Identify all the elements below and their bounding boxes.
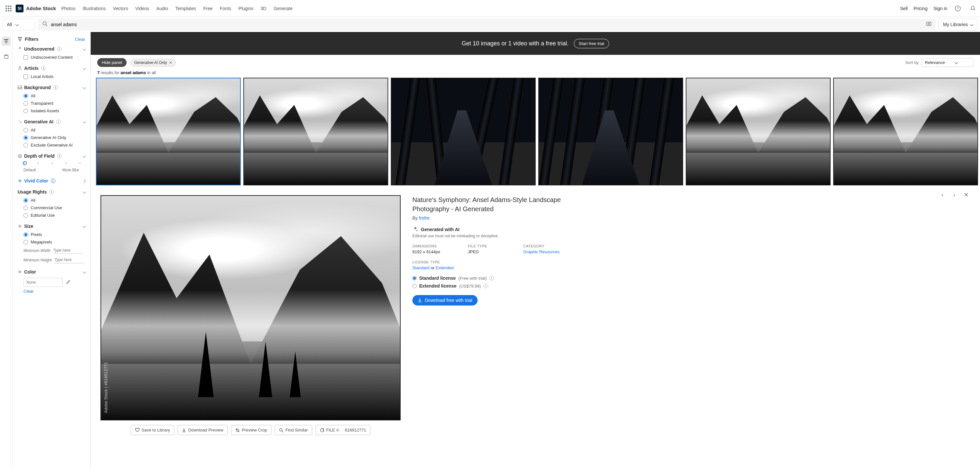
filters-clear-link[interactable]: Clear [75,37,85,42]
heart-icon [135,428,140,432]
rail-collections-icon[interactable] [2,52,11,61]
section-artists-toggle[interactable]: Artists i [18,65,85,71]
info-icon[interactable]: i [51,178,56,183]
info-icon[interactable]: i [57,47,62,51]
rail-filters-icon[interactable] [2,37,11,46]
opt-bg-all[interactable]: All [18,93,85,98]
nav-pricing[interactable]: Pricing [913,6,928,11]
opt-genai-exclude[interactable]: Exclude Generative AI [18,143,85,148]
opt-usage-all[interactable]: All [18,198,85,203]
filter-chip-remove-icon[interactable]: ✕ [169,61,172,65]
crop-icon [235,428,240,432]
hide-panel-button[interactable]: Hide panel [97,58,127,67]
section-background-toggle[interactable]: Background i [18,85,85,90]
thumbnail-4[interactable] [538,78,683,185]
section-size-toggle[interactable]: Size [18,223,85,229]
ai-disclaimer: Editorial use must not be misleading or … [412,234,595,238]
nav-illustrations[interactable]: Illustrations [83,6,106,11]
section-size-label: Size [24,223,33,229]
license-standard-link[interactable]: Standard [412,265,430,270]
nav-sign-in[interactable]: Sign in [933,6,947,11]
preview-crop-button[interactable]: Preview Crop [231,425,271,435]
min-width-input[interactable] [53,247,83,254]
category-link[interactable]: Graphic Resources [523,249,595,254]
color-input[interactable] [24,278,63,287]
nav-free[interactable]: Free [203,6,213,11]
search-input[interactable] [51,22,923,27]
opt-bg-transparent[interactable]: Transparent [18,101,85,106]
svg-rect-15 [4,56,8,59]
author-link[interactable]: frefre [419,215,430,221]
nav-videos[interactable]: Videos [135,6,150,11]
find-similar-button[interactable]: Find Similar [275,425,312,435]
section-dof-toggle[interactable]: Depth of Field i [18,153,85,159]
license-opt-standard[interactable]: Standard license (Free with trial) i [412,276,595,281]
color-clear-link[interactable]: Clear [18,289,85,294]
info-icon[interactable]: i [49,190,54,194]
download-preview-button[interactable]: Download Preview [177,425,228,435]
detail-next-button[interactable]: › [950,191,958,199]
opt-size-pixels[interactable]: Pixels [18,232,85,237]
by-label: By [412,215,418,221]
opt-undiscovered-content[interactable]: Undiscovered Content [18,55,85,60]
section-color-toggle[interactable]: Color [18,269,85,274]
info-icon[interactable]: i [57,154,62,158]
nav-generate[interactable]: Generate [274,6,293,11]
section-vivid-link[interactable]: Vivid Color i [18,178,85,183]
nav-plugins[interactable]: Plugins [239,6,253,11]
detail-prev-button[interactable]: ‹ [938,191,947,199]
brand[interactable]: St Adobe Stock [16,5,56,13]
opt-size-megapixels[interactable]: Megapixels [18,240,85,244]
info-icon[interactable]: i [41,66,46,70]
section-genai-toggle[interactable]: Generative AI i [18,119,85,124]
opt-genai-only[interactable]: Generative AI Only [18,135,85,140]
eyedropper-icon[interactable] [65,280,70,285]
info-icon[interactable]: i [484,284,488,288]
opt-usage-editorial[interactable]: Editorial Use [18,213,85,218]
sort-dropdown[interactable]: Relevance [921,58,974,67]
search-by-image-icon[interactable] [926,21,932,28]
filters-title: Filters [25,37,72,42]
nav-sell[interactable]: Sell [900,6,908,11]
banner-cta-button[interactable]: Start free trial [574,39,609,48]
section-usage-toggle[interactable]: Usage Rights i [18,189,85,194]
nav-photos[interactable]: Photos [61,6,76,11]
license-opt-extended[interactable]: Extended license (US$79.99) i [412,283,595,288]
info-icon[interactable]: i [54,85,58,90]
section-undiscovered-toggle[interactable]: Undiscovered i [18,46,85,52]
person-icon [18,66,22,70]
thumbnail-1[interactable] [96,78,241,185]
aperture-icon [18,154,22,158]
chevron-down-icon [83,85,85,90]
license-extended-link[interactable]: Extended [436,265,454,270]
apps-switcher-icon[interactable] [3,3,14,14]
notifications-icon[interactable] [968,4,977,13]
min-width-label: Minimum Width [24,249,51,253]
my-libraries-dropdown[interactable]: My Libraries [938,19,977,30]
detail-close-button[interactable]: ✕ [962,191,970,199]
thumbnail-2[interactable] [243,78,388,185]
download-free-trial-button[interactable]: Download free with trial [412,295,477,306]
nav-fonts[interactable]: Fonts [220,6,231,11]
nav-templates[interactable]: Templates [175,6,196,11]
thumbnail-3[interactable] [391,78,536,185]
help-icon[interactable]: ? [953,4,963,13]
thumbnail-5[interactable] [686,78,830,185]
save-to-library-button[interactable]: Save to Library [131,425,174,435]
svg-rect-13 [926,22,931,25]
opt-bg-isolated[interactable]: Isolated Assets [18,108,85,113]
nav-3d[interactable]: 3D [261,6,267,11]
min-height-input[interactable] [54,257,84,263]
nav-audio[interactable]: Audio [156,6,168,11]
thumbnail-6[interactable] [833,78,978,185]
svg-point-16 [19,67,21,68]
info-icon[interactable]: i [56,119,60,124]
opt-genai-all[interactable]: All [18,127,85,132]
info-icon[interactable]: i [489,276,494,280]
nav-vectors[interactable]: Vectors [113,6,128,11]
chevron-down-icon [83,119,85,124]
dof-slider[interactable] [24,162,79,164]
opt-local-artists[interactable]: Local Artists [18,74,85,79]
opt-usage-commercial[interactable]: Commercial Use [18,205,85,210]
search-scope-dropdown[interactable]: All [3,19,35,30]
